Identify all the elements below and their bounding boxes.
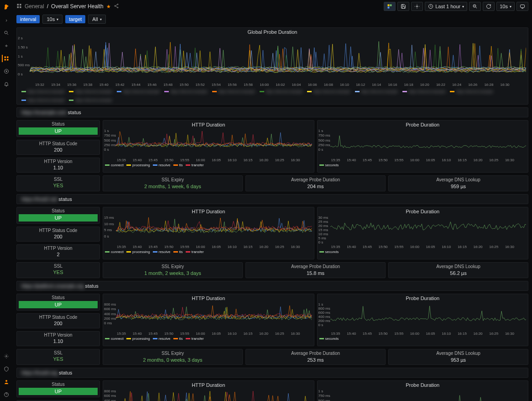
share-icon[interactable] xyxy=(114,3,119,10)
ssl-panel: SSLYES xyxy=(16,349,100,365)
svg-rect-18 xyxy=(388,7,390,9)
global-probe-title: Global Probe Duration xyxy=(17,28,528,36)
http-duration-panel[interactable]: HTTP Duration1 s750 ms500 ms250 ms0 s15:… xyxy=(103,120,314,173)
http-code-panel: HTTP Status Code200 xyxy=(16,227,100,242)
panel-grid-icon[interactable] xyxy=(16,3,22,10)
avg-dns-panel: Average DNS Lookup56.2 µs xyxy=(388,262,528,278)
row-header[interactable]: https://platform.example.org status xyxy=(16,281,528,291)
svg-rect-4 xyxy=(7,59,9,61)
http-version-panel: HTTP Version1.10 xyxy=(16,331,100,346)
zoom-out-button[interactable] xyxy=(469,2,481,11)
var-interval-value[interactable]: 10s▾ xyxy=(42,15,63,24)
breadcrumb-folder[interactable]: General xyxy=(25,3,44,10)
svg-rect-10 xyxy=(20,4,21,6)
config-icon[interactable] xyxy=(3,353,10,360)
ssl-panel: SSLYES xyxy=(16,262,100,278)
refresh-button[interactable] xyxy=(483,2,495,11)
status-panel: StatusUP xyxy=(16,207,100,224)
refresh-interval-button[interactable]: 10s ▾ xyxy=(496,2,515,11)
alerting-icon[interactable] xyxy=(3,80,10,88)
http-duration-panel[interactable]: HTTP Duration800 ms600 ms400 ms200 ms0 m… xyxy=(103,380,314,401)
avg-probe-panel: Average Probe Duration15.8 ms xyxy=(245,262,386,278)
svg-point-6 xyxy=(6,356,7,357)
row-header[interactable]: https://example.com status xyxy=(16,107,528,117)
probe-duration-panel[interactable]: Probe Duration1 s750 ms500 ms250 ms0 s15… xyxy=(317,120,529,173)
probe-duration-panel[interactable]: Probe Duration1 s800 ms600 ms400 ms200 m… xyxy=(317,294,529,346)
row-header[interactable]: https://host2.net status xyxy=(16,194,528,204)
svg-point-14 xyxy=(115,5,115,6)
admin-icon[interactable] xyxy=(3,365,10,373)
svg-point-0 xyxy=(5,31,7,34)
topbar: General / Overall Server Health ★ xyxy=(13,0,532,13)
star-icon[interactable]: ★ xyxy=(106,4,111,10)
explore-icon[interactable] xyxy=(3,68,10,75)
breadcrumb-sep: / xyxy=(47,3,48,10)
svg-point-7 xyxy=(5,380,7,382)
var-target-label: target xyxy=(65,15,85,23)
side-nav: › + xyxy=(0,0,13,401)
add-panel-button[interactable] xyxy=(384,2,396,11)
var-interval-label: interval xyxy=(16,15,40,23)
http-version-panel: HTTP Version2 xyxy=(16,244,100,259)
svg-point-5 xyxy=(5,69,9,74)
settings-button[interactable] xyxy=(411,2,423,11)
svg-rect-1 xyxy=(5,57,6,58)
svg-rect-11 xyxy=(17,6,19,8)
avg-dns-panel: Average DNS Lookup953 µs xyxy=(388,349,528,365)
probe-duration-panel[interactable]: Probe Duration1 s750 ms500 ms250 ms0 s15… xyxy=(317,380,529,401)
svg-point-13 xyxy=(117,4,118,5)
svg-rect-16 xyxy=(388,5,390,6)
status-panel: StatusUP xyxy=(16,120,100,137)
http-code-panel: HTTP Status Code200 xyxy=(16,313,100,328)
http-code-panel: HTTP Status Code200 xyxy=(16,140,100,155)
timerange-button[interactable]: Last 1 hour ▾ xyxy=(425,2,467,11)
row-header[interactable]: https://host4.org status xyxy=(16,368,528,378)
http-duration-panel[interactable]: HTTP Duration800 ms600 ms400 ms200 ms0 m… xyxy=(103,294,314,346)
svg-rect-2 xyxy=(7,57,9,58)
ssl-expiry-panel: SSL Expiry1 month, 2 weeks, 3 days xyxy=(103,262,243,278)
ssl-expiry-panel: SSL Expiry2 months, 0 weeks, 3 days xyxy=(103,349,243,365)
svg-rect-12 xyxy=(20,6,21,8)
status-panel: StatusUP xyxy=(16,294,100,311)
var-target-value[interactable]: All▾ xyxy=(88,15,105,24)
ssl-expiry-panel: SSL Expiry2 months, 1 week, 6 days xyxy=(103,175,243,191)
user-avatar-icon[interactable] xyxy=(3,378,10,385)
ssl-panel: SSLYES xyxy=(16,175,100,191)
svg-rect-9 xyxy=(17,4,19,6)
svg-point-19 xyxy=(417,6,418,7)
probe-duration-panel[interactable]: Probe Duration30 ms25 ms20 ms15 ms10 ms5… xyxy=(317,207,529,259)
help-icon[interactable] xyxy=(3,391,10,398)
status-panel: StatusUP xyxy=(16,380,100,397)
svg-rect-17 xyxy=(390,5,392,6)
dashboards-icon[interactable] xyxy=(2,55,9,62)
tv-mode-button[interactable] xyxy=(516,2,528,11)
avg-dns-panel: Average DNS Lookup959 µs xyxy=(388,175,528,191)
variable-row: interval 10s▾ target All▾ xyxy=(13,13,532,26)
svg-rect-22 xyxy=(521,5,525,8)
expand-icon[interactable]: › xyxy=(3,16,10,24)
http-duration-panel[interactable]: HTTP Duration15 ms10 ms5 ms0 s15:3515:40… xyxy=(103,207,314,259)
svg-rect-3 xyxy=(5,59,6,61)
plus-icon[interactable]: + xyxy=(3,42,10,49)
avg-probe-panel: Average Probe Duration204 ms xyxy=(245,175,386,191)
http-version-panel: HTTP Version1.10 xyxy=(16,158,100,173)
avg-probe-panel: Average Probe Duration253 ms xyxy=(245,349,386,365)
grafana-logo-icon[interactable] xyxy=(2,4,10,12)
svg-point-15 xyxy=(117,7,118,8)
search-icon[interactable] xyxy=(3,29,10,37)
save-button[interactable] xyxy=(397,2,409,11)
page-title[interactable]: Overall Server Health xyxy=(51,3,104,10)
global-probe-panel: Global Probe Duration2 s1.50 s1 s500 ms0… xyxy=(16,27,528,105)
